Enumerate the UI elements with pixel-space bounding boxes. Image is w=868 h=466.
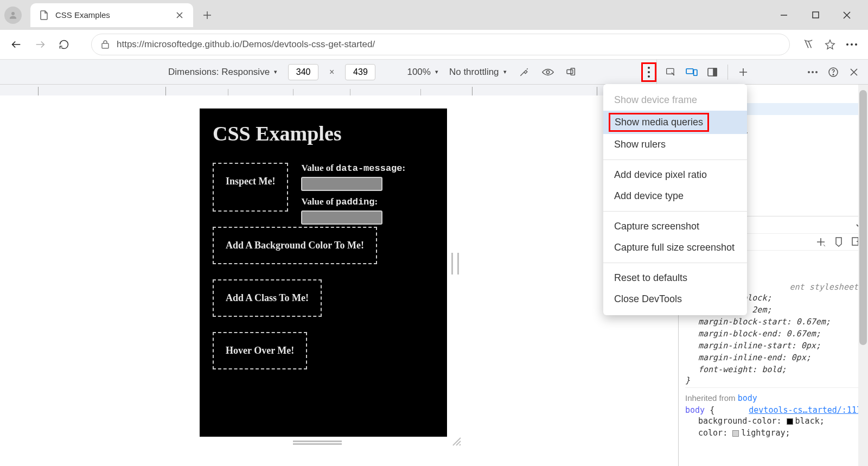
css-margin-block-end[interactable]: margin-block-end: 0.67em;: [685, 328, 861, 340]
window-controls: [778, 9, 864, 21]
bg-color-box[interactable]: Add A Background Color To Me!: [213, 227, 377, 264]
menu-capture-full-screenshot[interactable]: Capture full size screenshot: [603, 237, 747, 258]
forward-button[interactable]: [30, 35, 50, 54]
devtools-scrollbar[interactable]: [858, 85, 868, 466]
svg-point-18: [812, 71, 814, 73]
source-link[interactable]: devtools-cs…tarted/:117: [749, 405, 861, 415]
toggle-class-button[interactable]: [834, 237, 843, 247]
arrow-right-icon: [34, 39, 46, 50]
favorite-button[interactable]: [820, 35, 840, 54]
resize-handle-corner[interactable]: [451, 436, 461, 446]
svg-point-11: [648, 75, 650, 78]
svg-rect-7: [567, 69, 573, 73]
inspect-element-button[interactable]: [663, 65, 679, 80]
inspect-me-box[interactable]: Inspect Me!: [213, 163, 288, 212]
eye-icon: [542, 68, 554, 76]
body-rule-header[interactable]: body { devtools-cs…tarted/:117: [685, 405, 861, 415]
css-color[interactable]: color: lightgray;: [685, 427, 861, 439]
menu-close-devtools[interactable]: Close DevTools: [603, 289, 747, 310]
read-aloud-icon: [802, 39, 814, 50]
nav-bar: https://microsoftedge.github.io/Demos/de…: [0, 30, 868, 60]
resize-handle-right[interactable]: [451, 253, 459, 275]
svg-rect-14: [694, 69, 697, 75]
menu-add-device-type[interactable]: Add device type: [603, 186, 747, 207]
more-horizontal-icon: [846, 43, 858, 46]
device-toolbar-more-button[interactable]: [641, 62, 656, 82]
dimensions-dropdown[interactable]: Dimensions: Responsive: [168, 67, 277, 78]
css-margin-inline-start[interactable]: margin-inline-start: 0px;: [685, 340, 861, 352]
new-style-rule-button[interactable]: [816, 237, 826, 247]
css-brace-close: }: [685, 375, 861, 385]
back-button[interactable]: [7, 35, 26, 54]
dock-side-button[interactable]: [705, 65, 720, 80]
device-toggle-button[interactable]: [684, 65, 699, 80]
svg-rect-12: [667, 68, 674, 74]
more-vertical-icon: [647, 66, 650, 78]
help-button[interactable]: [826, 65, 841, 80]
vision-button[interactable]: [541, 66, 554, 79]
devtools-settings-button[interactable]: [805, 65, 820, 80]
add-tab-button[interactable]: [736, 65, 751, 80]
color-chip-lightgray[interactable]: [732, 430, 739, 437]
resize-handle-bottom[interactable]: [293, 441, 342, 445]
inspect-icon: [666, 67, 676, 78]
svg-point-19: [815, 71, 818, 73]
menu-show-device-frame[interactable]: Show device frame: [603, 90, 747, 111]
arrow-left-icon: [10, 39, 22, 50]
svg-point-0: [11, 12, 15, 15]
close-icon: [850, 68, 858, 76]
browser-tab[interactable]: CSS Examples: [30, 3, 193, 27]
throttle-dropdown[interactable]: No throttling: [449, 67, 507, 78]
svg-point-9: [648, 67, 650, 69]
address-bar[interactable]: https://microsoftedge.github.io/Demos/de…: [91, 34, 790, 55]
refresh-icon: [59, 39, 69, 50]
inherited-from-body-link[interactable]: body: [738, 393, 757, 403]
dock-icon: [707, 68, 717, 76]
new-tab-button[interactable]: [200, 8, 215, 23]
plus-icon: [203, 11, 212, 20]
plus-icon: [816, 237, 826, 247]
refresh-button[interactable]: [54, 35, 74, 54]
svg-rect-13: [686, 68, 693, 73]
title-bar: CSS Examples: [0, 0, 868, 30]
settings-menu-button[interactable]: [842, 35, 861, 54]
svg-point-10: [648, 71, 650, 73]
help-icon: [828, 67, 839, 78]
close-devtools-button[interactable]: [846, 65, 861, 80]
lock-icon: [100, 40, 110, 49]
zoom-dropdown[interactable]: 100%: [407, 67, 438, 78]
close-icon: [176, 12, 183, 18]
menu-show-rulers[interactable]: Show rulers: [603, 134, 747, 155]
page-heading: CSS Examples: [213, 122, 434, 145]
rotate-button[interactable]: [565, 66, 578, 79]
close-tab-button[interactable]: [175, 10, 184, 20]
menu-add-pixel-ratio[interactable]: Add device pixel ratio: [603, 164, 747, 186]
value-data-message-input[interactable]: [301, 177, 382, 191]
more-horizontal-icon: [807, 71, 818, 74]
tag-icon: [834, 237, 843, 247]
read-aloud-button[interactable]: [799, 35, 818, 54]
svg-rect-16: [713, 68, 717, 76]
inherited-from-row: Inherited from body: [685, 387, 861, 405]
rotate-icon: [566, 67, 578, 77]
close-window-button[interactable]: [841, 9, 853, 21]
css-margin-block-start[interactable]: margin-block-start: 0.67em;: [685, 316, 861, 328]
minimize-button[interactable]: [778, 9, 790, 21]
css-font-weight[interactable]: font-weight: bold;: [685, 363, 861, 375]
color-chip-black[interactable]: [787, 418, 793, 425]
dimension-x: ×: [329, 67, 334, 77]
eyedropper-button[interactable]: [518, 66, 531, 79]
value-padding-input[interactable]: [301, 210, 382, 225]
menu-reset-defaults[interactable]: Reset to defaults: [603, 267, 747, 289]
maximize-button[interactable]: [809, 9, 821, 21]
svg-rect-1: [813, 12, 819, 18]
height-input[interactable]: [345, 64, 375, 80]
css-background-color[interactable]: background-color: black;: [685, 415, 861, 427]
menu-show-media-queries[interactable]: Show media queries: [609, 113, 709, 132]
menu-capture-screenshot[interactable]: Capture screenshot: [603, 216, 747, 237]
add-class-box[interactable]: Add A Class To Me!: [213, 279, 322, 317]
width-input[interactable]: [288, 64, 318, 80]
profile-avatar[interactable]: [4, 7, 22, 24]
hover-over-me-box[interactable]: Hover Over Me!: [213, 332, 307, 369]
css-margin-inline-end[interactable]: margin-inline-end: 0px;: [685, 352, 861, 363]
